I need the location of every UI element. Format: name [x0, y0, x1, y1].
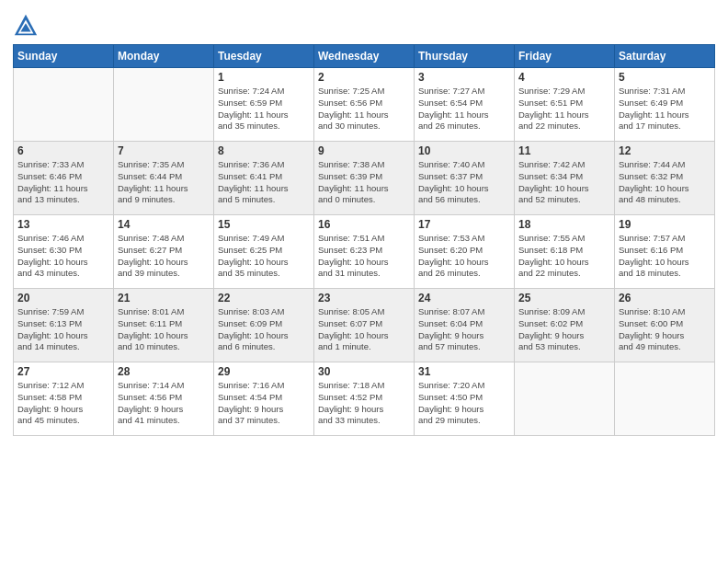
day-info: Sunrise: 7:31 AM Sunset: 6:49 PM Dayligh…: [619, 86, 711, 132]
logo-icon: [13, 13, 39, 39]
calendar-cell: 5Sunrise: 7:31 AM Sunset: 6:49 PM Daylig…: [615, 68, 715, 142]
day-number: 12: [619, 144, 711, 157]
day-info: Sunrise: 7:16 AM Sunset: 4:54 PM Dayligh…: [218, 380, 310, 427]
weekday-header-wednesday: Wednesday: [314, 45, 415, 68]
day-info: Sunrise: 7:25 AM Sunset: 6:56 PM Dayligh…: [318, 86, 410, 132]
day-info: Sunrise: 7:24 AM Sunset: 6:59 PM Dayligh…: [218, 86, 310, 132]
calendar-cell: 22Sunrise: 8:03 AM Sunset: 6:09 PM Dayli…: [214, 289, 314, 362]
weekday-header-tuesday: Tuesday: [214, 45, 314, 68]
day-number: 25: [518, 292, 610, 304]
day-number: 27: [17, 365, 109, 378]
day-info: Sunrise: 7:36 AM Sunset: 6:41 PM Dayligh…: [218, 159, 310, 206]
day-info: Sunrise: 7:40 AM Sunset: 6:37 PM Dayligh…: [418, 159, 510, 206]
day-info: Sunrise: 8:09 AM Sunset: 6:02 PM Dayligh…: [518, 306, 610, 353]
weekday-header-sunday: Sunday: [14, 45, 114, 68]
day-number: 1: [218, 71, 310, 84]
day-info: Sunrise: 8:10 AM Sunset: 6:00 PM Dayligh…: [619, 306, 711, 353]
day-info: Sunrise: 7:38 AM Sunset: 6:39 PM Dayligh…: [318, 159, 410, 206]
day-info: Sunrise: 7:51 AM Sunset: 6:23 PM Dayligh…: [318, 233, 410, 280]
calendar-cell: 26Sunrise: 8:10 AM Sunset: 6:00 PM Dayli…: [615, 289, 715, 362]
calendar-cell: 3Sunrise: 7:27 AM Sunset: 6:54 PM Daylig…: [415, 68, 515, 142]
week-row-5: 27Sunrise: 7:12 AM Sunset: 4:58 PM Dayli…: [14, 362, 715, 436]
day-number: 10: [418, 144, 510, 157]
week-row-1: 1Sunrise: 7:24 AM Sunset: 6:59 PM Daylig…: [14, 68, 715, 142]
day-info: Sunrise: 7:53 AM Sunset: 6:20 PM Dayligh…: [418, 233, 510, 280]
calendar-cell: 1Sunrise: 7:24 AM Sunset: 6:59 PM Daylig…: [214, 68, 314, 142]
calendar-cell: 2Sunrise: 7:25 AM Sunset: 6:56 PM Daylig…: [314, 68, 415, 142]
calendar-cell: 11Sunrise: 7:42 AM Sunset: 6:34 PM Dayli…: [515, 142, 615, 215]
calendar-cell: [114, 68, 214, 142]
day-number: 9: [318, 144, 410, 157]
day-number: 8: [218, 144, 310, 157]
weekday-header-row: SundayMondayTuesdayWednesdayThursdayFrid…: [14, 45, 715, 68]
day-info: Sunrise: 8:07 AM Sunset: 6:04 PM Dayligh…: [418, 306, 510, 353]
day-number: 13: [17, 218, 109, 231]
day-number: 31: [418, 365, 510, 378]
day-info: Sunrise: 7:33 AM Sunset: 6:46 PM Dayligh…: [17, 159, 109, 206]
day-number: 16: [318, 218, 410, 231]
day-number: 29: [218, 365, 310, 378]
weekday-header-friday: Friday: [515, 45, 615, 68]
calendar-cell: 15Sunrise: 7:49 AM Sunset: 6:25 PM Dayli…: [214, 215, 314, 289]
calendar-cell: 6Sunrise: 7:33 AM Sunset: 6:46 PM Daylig…: [14, 142, 114, 215]
day-number: 6: [17, 144, 109, 157]
calendar-cell: 25Sunrise: 8:09 AM Sunset: 6:02 PM Dayli…: [515, 289, 615, 362]
day-number: 23: [318, 292, 410, 304]
day-info: Sunrise: 7:14 AM Sunset: 4:56 PM Dayligh…: [118, 380, 210, 427]
day-number: 17: [418, 218, 510, 231]
calendar-cell: 17Sunrise: 7:53 AM Sunset: 6:20 PM Dayli…: [415, 215, 515, 289]
calendar-table: SundayMondayTuesdayWednesdayThursdayFrid…: [13, 44, 715, 436]
day-info: Sunrise: 7:48 AM Sunset: 6:27 PM Dayligh…: [118, 233, 210, 280]
day-number: 14: [118, 218, 210, 231]
day-info: Sunrise: 7:35 AM Sunset: 6:44 PM Dayligh…: [118, 159, 210, 206]
day-number: 18: [518, 218, 610, 231]
week-row-4: 20Sunrise: 7:59 AM Sunset: 6:13 PM Dayli…: [14, 289, 715, 362]
calendar-cell: [615, 362, 715, 436]
week-row-2: 6Sunrise: 7:33 AM Sunset: 6:46 PM Daylig…: [14, 142, 715, 215]
calendar-cell: 8Sunrise: 7:36 AM Sunset: 6:41 PM Daylig…: [214, 142, 314, 215]
day-number: 28: [118, 365, 210, 378]
day-number: 15: [218, 218, 310, 231]
day-number: 19: [619, 218, 711, 231]
calendar-cell: 24Sunrise: 8:07 AM Sunset: 6:04 PM Dayli…: [415, 289, 515, 362]
day-info: Sunrise: 7:57 AM Sunset: 6:16 PM Dayligh…: [619, 233, 711, 280]
calendar-cell: 23Sunrise: 8:05 AM Sunset: 6:07 PM Dayli…: [314, 289, 415, 362]
day-info: Sunrise: 7:42 AM Sunset: 6:34 PM Dayligh…: [518, 159, 610, 206]
calendar-cell: 4Sunrise: 7:29 AM Sunset: 6:51 PM Daylig…: [515, 68, 615, 142]
calendar-cell: 28Sunrise: 7:14 AM Sunset: 4:56 PM Dayli…: [114, 362, 214, 436]
day-number: 3: [418, 71, 510, 84]
day-number: 4: [518, 71, 610, 84]
calendar-cell: 27Sunrise: 7:12 AM Sunset: 4:58 PM Dayli…: [14, 362, 114, 436]
day-info: Sunrise: 8:01 AM Sunset: 6:11 PM Dayligh…: [118, 306, 210, 353]
weekday-header-saturday: Saturday: [615, 45, 715, 68]
day-info: Sunrise: 7:27 AM Sunset: 6:54 PM Dayligh…: [418, 86, 510, 132]
weekday-header-monday: Monday: [114, 45, 214, 68]
header: [13, 9, 715, 39]
logo: [13, 13, 40, 39]
day-info: Sunrise: 7:59 AM Sunset: 6:13 PM Dayligh…: [17, 306, 109, 353]
day-number: 22: [218, 292, 310, 304]
day-number: 26: [619, 292, 711, 304]
day-info: Sunrise: 7:49 AM Sunset: 6:25 PM Dayligh…: [218, 233, 310, 280]
calendar-cell: 20Sunrise: 7:59 AM Sunset: 6:13 PM Dayli…: [14, 289, 114, 362]
day-info: Sunrise: 7:46 AM Sunset: 6:30 PM Dayligh…: [17, 233, 109, 280]
day-info: Sunrise: 8:05 AM Sunset: 6:07 PM Dayligh…: [318, 306, 410, 353]
day-number: 11: [518, 144, 610, 157]
calendar-cell: 9Sunrise: 7:38 AM Sunset: 6:39 PM Daylig…: [314, 142, 415, 215]
calendar-cell: 12Sunrise: 7:44 AM Sunset: 6:32 PM Dayli…: [615, 142, 715, 215]
day-number: 7: [118, 144, 210, 157]
day-info: Sunrise: 7:55 AM Sunset: 6:18 PM Dayligh…: [518, 233, 610, 280]
main-container: SundayMondayTuesdayWednesdayThursdayFrid…: [0, 0, 728, 445]
day-info: Sunrise: 7:20 AM Sunset: 4:50 PM Dayligh…: [418, 380, 510, 427]
calendar-cell: 16Sunrise: 7:51 AM Sunset: 6:23 PM Dayli…: [314, 215, 415, 289]
calendar-cell: 31Sunrise: 7:20 AM Sunset: 4:50 PM Dayli…: [415, 362, 515, 436]
calendar-cell: 10Sunrise: 7:40 AM Sunset: 6:37 PM Dayli…: [415, 142, 515, 215]
day-info: Sunrise: 7:29 AM Sunset: 6:51 PM Dayligh…: [518, 86, 610, 132]
calendar-cell: 13Sunrise: 7:46 AM Sunset: 6:30 PM Dayli…: [14, 215, 114, 289]
week-row-3: 13Sunrise: 7:46 AM Sunset: 6:30 PM Dayli…: [14, 215, 715, 289]
calendar-cell: 18Sunrise: 7:55 AM Sunset: 6:18 PM Dayli…: [515, 215, 615, 289]
day-number: 24: [418, 292, 510, 304]
weekday-header-thursday: Thursday: [415, 45, 515, 68]
calendar-cell: 30Sunrise: 7:18 AM Sunset: 4:52 PM Dayli…: [314, 362, 415, 436]
day-number: 2: [318, 71, 410, 84]
